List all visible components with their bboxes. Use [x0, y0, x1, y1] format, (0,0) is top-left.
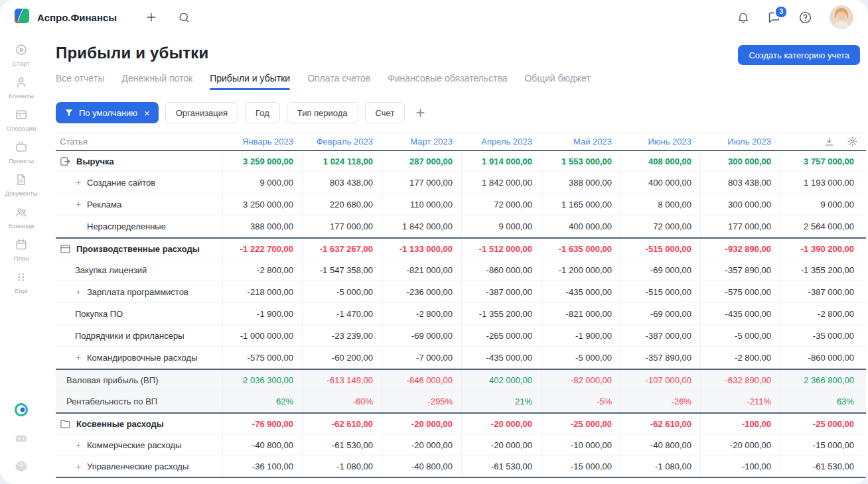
tab-total-budget[interactable]: Общий бюджет: [524, 72, 590, 90]
value-cell: -1 637 267,00: [302, 239, 382, 259]
default-filter-label: По умолчанию: [79, 108, 137, 118]
value-cell: -100,00: [700, 414, 780, 434]
value-cell: 400 000,00: [541, 215, 620, 237]
table-row[interactable]: +Коммерческие расходы-40 800,00-61 530,0…: [56, 434, 866, 456]
value-cell: 1 842 000,00: [382, 215, 461, 237]
value-cell: 3 250 000,00: [222, 194, 302, 215]
value-cell: -20 000,00: [700, 434, 780, 455]
table-row[interactable]: Рентабельность по ВП62%-60%-295%21%-5%-2…: [56, 391, 866, 412]
sidebar-item-more[interactable]: Ещё: [0, 266, 42, 298]
value-cell: 388 000,00: [541, 172, 620, 193]
download-icon[interactable]: [824, 136, 835, 147]
value-cell: -1 080,00: [302, 456, 382, 477]
table-row[interactable]: Валовая прибыль (ВП)2 036 300,00-613 149…: [56, 369, 866, 391]
value-cell: -846 000,00: [382, 370, 461, 390]
table-row[interactable]: +Реклама3 250 000,00220 680,00110 000,00…: [56, 194, 866, 215]
table-row[interactable]: Подрядчики и фрилансеры-1 000 000,00-23 …: [56, 325, 866, 347]
sidebar-item-clients[interactable]: Клиенты: [0, 71, 42, 103]
sidebar-item-label: План: [14, 255, 29, 262]
value-cell: -5 000,00: [302, 281, 382, 302]
filter-chip-account[interactable]: Счет: [365, 102, 405, 123]
tab-liabilities[interactable]: Финансовые обязательства: [388, 72, 507, 90]
filter-chip-period-type[interactable]: Тип периода: [287, 102, 358, 123]
value-cell: -387 000,00: [620, 325, 700, 346]
value-cell: 21%: [461, 391, 541, 412]
value-cell: -7 000,00: [382, 347, 461, 368]
article-cell: Косвенные расходы: [56, 414, 222, 434]
value-cell: -69 000,00: [382, 325, 461, 346]
value-cell: -1 000 000,00: [222, 325, 302, 346]
article-label: Управленческие расходы: [87, 461, 188, 471]
tab-pnl[interactable]: Прибыли и убытки: [210, 72, 290, 90]
value-cell: 9 000,00: [780, 194, 866, 215]
sidebar-item-plan[interactable]: План: [0, 233, 42, 266]
article-label: Командировочные расходы: [87, 353, 198, 363]
value-cell: -357 890,00: [700, 259, 780, 280]
article-label: Выручка: [76, 156, 114, 166]
value-cell: 177 000,00: [302, 215, 382, 237]
quick-add-icon[interactable]: [145, 11, 158, 24]
help-icon[interactable]: [798, 11, 812, 25]
dock-app-icon-2[interactable]: [14, 459, 29, 473]
expand-plus-icon[interactable]: +: [75, 440, 82, 450]
create-category-button[interactable]: Создать категорию учета: [738, 45, 860, 65]
notifications-bell-icon[interactable]: [737, 11, 750, 24]
page-head: Прибыли и убытки Создать категорию учета: [56, 44, 868, 65]
tab-bills-payment[interactable]: Оплата счетов: [307, 72, 370, 90]
value-cell: -61 530,00: [302, 434, 382, 455]
start-icon: [15, 43, 28, 56]
value-cell: -265 000,00: [461, 325, 541, 346]
sidebar-item-documents[interactable]: Документы: [0, 168, 42, 201]
add-filter-button[interactable]: +: [413, 105, 427, 121]
messages-icon[interactable]: 3: [767, 11, 781, 25]
table-row[interactable]: +Командировочные расходы-575 000,00-60 2…: [56, 347, 866, 369]
table-row[interactable]: Нераспределенные388 000,00177 000,001 84…: [56, 215, 866, 237]
expand-plus-icon[interactable]: +: [75, 353, 82, 362]
filter-chip-organization[interactable]: Организация: [165, 102, 238, 123]
value-cell: -211%: [700, 391, 780, 412]
value-cell: -1 900,00: [222, 303, 302, 324]
filter-chip-year[interactable]: Год: [245, 102, 280, 123]
expand-plus-icon[interactable]: +: [75, 462, 82, 471]
sidebar-item-team[interactable]: Команда: [0, 201, 42, 233]
value-cell: -435 000,00: [461, 347, 541, 368]
table-row[interactable]: Выручка3 259 000,001 024 118,00287 000,0…: [56, 150, 866, 172]
value-cell: -82 000,00: [541, 370, 620, 390]
expand-plus-icon[interactable]: +: [75, 178, 82, 187]
value-cell: -61 530,00: [461, 456, 541, 477]
value-cell: 72 000,00: [461, 194, 541, 215]
product-logo-icon[interactable]: [13, 402, 29, 418]
brand[interactable]: Аспро.Финансы: [13, 7, 117, 27]
expand-plus-icon[interactable]: +: [75, 200, 82, 209]
expand-plus-icon[interactable]: +: [75, 287, 82, 296]
table-row[interactable]: +Управленческие расходы-36 100,00-1 080,…: [56, 456, 866, 478]
page-title: Прибыли и убытки: [56, 44, 208, 62]
table-row[interactable]: Производственные расходы-1 222 700,00-1 …: [56, 237, 866, 259]
value-cell: -515 000,00: [620, 281, 700, 302]
value-cell: -1 133 000,00: [382, 239, 461, 259]
table-row[interactable]: Покупка ПО-1 900,00-1 470,00-2 800,00-1 …: [56, 303, 866, 325]
value-cell: -515 000,00: [620, 239, 700, 259]
sidebar-item-operations[interactable]: Операции: [0, 103, 42, 136]
table-row[interactable]: Закупка лицензий-2 800,00-1 547 358,00-8…: [56, 259, 866, 281]
table-row[interactable]: Косвенные расходы-76 900,00-62 610,00-20…: [56, 412, 866, 434]
article-cell: Производственные расходы: [56, 239, 222, 259]
remove-filter-icon[interactable]: ×: [144, 107, 150, 119]
value-cell: -575 000,00: [700, 281, 780, 302]
table-settings-gear-icon[interactable]: [847, 136, 858, 147]
table-row[interactable]: +Зарплата программистов-218 000,00-5 000…: [56, 281, 866, 303]
tab-cash-flow[interactable]: Денежный поток: [121, 72, 192, 90]
default-filter-chip[interactable]: По умолчанию ×: [56, 102, 159, 123]
sidebar-item-projects[interactable]: Проекты: [0, 136, 42, 168]
sidebar-item-label: Старт: [13, 60, 30, 67]
avatar[interactable]: [830, 5, 853, 29]
tab-all-reports[interactable]: Все отчёты: [56, 72, 104, 90]
sidebar-item-start[interactable]: Старт: [0, 38, 42, 71]
projects-icon: [15, 141, 28, 154]
value-cell: -76 900,00: [222, 414, 302, 434]
table-row[interactable]: +Создание сайтов9 000,00803 438,00177 00…: [56, 172, 866, 194]
value-cell: -1 470,00: [302, 303, 382, 324]
search-icon[interactable]: [178, 11, 190, 24]
dock-app-icon-1[interactable]: [14, 431, 29, 446]
value-cell: -62 610,00: [620, 414, 700, 434]
